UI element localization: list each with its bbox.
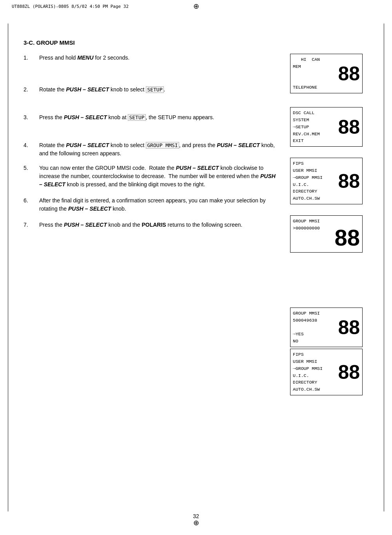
main-content: 3-C. GROUP MMSI 1. Press and hold MENU f…: [24, 39, 368, 396]
step-6: 6. After the final digit is entered, a c…: [24, 197, 286, 213]
step-6-knob: PUSH – SELECT: [68, 206, 111, 212]
screen-6: GROUP MMSI 500049638 →YES NO 88: [290, 308, 363, 347]
screen-6-digit: 88: [336, 308, 362, 347]
step-1-menu: MENU: [77, 55, 93, 61]
step-1: 1. Press and hold MENU for 2 seconds.: [24, 54, 286, 62]
border-left: [8, 24, 8, 511]
step-2: 2. Rotate the PUSH – SELECT knob to sele…: [24, 86, 286, 94]
screen-1: HI CAN MEM TELEPHONE 88: [290, 54, 363, 93]
step-2-knob: PUSH – SELECT: [66, 86, 109, 93]
step-7: 7. Press the PUSH – SELECT knob and the …: [24, 221, 286, 229]
screen-2-text: DSC CALL SYSTEM →SETUP REV.CH.MEM EXIT: [290, 107, 336, 146]
screen-4-digit: 88: [332, 216, 362, 252]
screens-column: HI CAN MEM TELEPHONE 88 DSC CALL SYSTEM …: [290, 54, 368, 396]
step-3-setup: SETUP: [128, 114, 145, 121]
step-3-knob: PUSH – SELECT: [64, 114, 107, 120]
step-4: 4. Rotate the PUSH – SELECT knob to sele…: [24, 141, 286, 158]
step-5: 5. You can now enter the GROUP MMSI code…: [24, 164, 286, 189]
screen-4: GROUP MMSI >000000000 88: [290, 215, 363, 253]
page-container: UT888ZL (POLARIS)-0805 8/5/02 4:50 PM Pa…: [0, 0, 392, 535]
step-5-knob: PUSH – SELECT: [176, 165, 219, 171]
step-6-number: 6.: [24, 197, 39, 204]
step-6-text: After the final digit is entered, a conf…: [39, 197, 286, 213]
screen-2-digit: 88: [336, 107, 362, 146]
step-2-number: 2.: [24, 86, 39, 93]
step-7-number: 7.: [24, 221, 39, 228]
screen-1-text: HI CAN MEM TELEPHONE: [290, 54, 336, 93]
step-7-knob: PUSH – SELECT: [64, 222, 107, 228]
section-heading: 3-C. GROUP MMSI: [24, 39, 368, 46]
steps-column: 1. Press and hold MENU for 2 seconds. 2.…: [24, 54, 290, 396]
step-4-knob2: PUSH – SELECT: [217, 142, 260, 148]
step-5-text: You can now enter the GROUP MMSI code. R…: [39, 164, 286, 189]
border-right: [384, 24, 384, 511]
step-7-polaris: POLARIS: [142, 222, 166, 228]
step-5-knob2: PUSH – SELECT: [39, 173, 276, 187]
screen-3-text: FIPS USER MMSI →GROUP MMSI U.I.C. DIRECT…: [290, 158, 336, 204]
content-layout: 1. Press and hold MENU for 2 seconds. 2.…: [24, 54, 368, 396]
screen-2: DSC CALL SYSTEM →SETUP REV.CH.MEM EXIT 8…: [290, 107, 363, 147]
page-header: UT888ZL (POLARIS)-0805 8/5/02 4:50 PM Pa…: [12, 4, 129, 9]
step-4-number: 4.: [24, 141, 39, 148]
step-4-knob: PUSH – SELECT: [66, 142, 109, 148]
step-2-text: Rotate the PUSH – SELECT knob to select …: [39, 86, 286, 94]
screen-7-text: FIPS USER MMSI →GROUP MMSI U.I.C. DIRECT…: [290, 349, 336, 395]
screen-4-text: GROUP MMSI >000000000: [290, 216, 332, 252]
step-3-text: Press the PUSH – SELECT knob at SETUP, t…: [39, 113, 286, 122]
screen-7-digit: 88: [336, 349, 362, 395]
step-4-text: Rotate the PUSH – SELECT knob to select …: [39, 141, 286, 158]
registration-mark-bottom: ⊕: [193, 519, 199, 527]
registration-mark-top: ⊕: [193, 2, 199, 11]
step-4-group: GROUP MMSI: [146, 142, 179, 149]
step-2-setup: SETUP: [146, 86, 163, 93]
screen-1-digit: 88: [336, 54, 362, 93]
step-1-text: Press and hold MENU for 2 seconds.: [39, 54, 286, 62]
step-5-number: 5.: [24, 164, 39, 171]
screen-3-digit: 88: [336, 158, 362, 204]
screen-7: FIPS USER MMSI →GROUP MMSI U.I.C. DIRECT…: [290, 349, 363, 395]
header-text: UT888ZL (POLARIS)-0805 8/5/02 4:50 PM Pa…: [12, 4, 129, 9]
step-7-text: Press the PUSH – SELECT knob and the POL…: [39, 221, 286, 229]
screen-6-text: GROUP MMSI 500049638 →YES NO: [290, 308, 336, 347]
step-3-number: 3.: [24, 113, 39, 120]
step-1-number: 1.: [24, 54, 39, 61]
step-3: 3. Press the PUSH – SELECT knob at SETUP…: [24, 113, 286, 122]
screen-3: FIPS USER MMSI →GROUP MMSI U.I.C. DIRECT…: [290, 158, 363, 204]
